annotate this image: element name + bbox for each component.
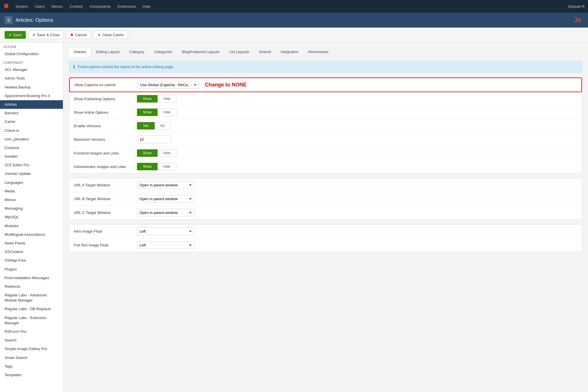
nav-right: Dispute R <box>568 4 585 9</box>
full-text-image-select[interactable]: Left <box>137 241 194 249</box>
page-title: Articles: Options <box>16 17 53 23</box>
url-b-control: Open in parent window <box>137 195 577 203</box>
sidebar-item-tags[interactable]: Tags <box>0 362 63 371</box>
cache-label: Clean Cache <box>102 33 124 37</box>
nav-menus[interactable]: Menus <box>49 3 65 10</box>
toolbar: ✔ Save ✔ Save & Close ✖ Cancel ✕ Clean C… <box>0 28 588 43</box>
sidebar-item-contacts[interactable]: Contacts <box>0 144 63 152</box>
admin-images-show-btn[interactable]: Show <box>137 163 158 170</box>
info-icon: ℹ <box>73 64 75 69</box>
sidebar-item-acl-manager[interactable]: ACL Manager <box>0 65 63 74</box>
url-b-label: URL B Target Window <box>74 197 137 201</box>
sidebar-item-regular-labs-amm[interactable]: Regular Labs - Advanced Module Manager <box>0 291 63 305</box>
versions-group: Yes No <box>137 122 171 130</box>
sidebar-item-media[interactable]: Media <box>0 187 63 196</box>
save-close-button[interactable]: ✔ Save & Close <box>28 31 64 39</box>
sidebar-item-modules[interactable]: Modules <box>0 222 63 230</box>
tab-articles[interactable]: Articles <box>69 47 91 56</box>
max-versions-input[interactable] <box>137 136 171 143</box>
sidebar-item-languages[interactable]: Languages <box>0 178 63 187</box>
tab-blog-featured[interactable]: Blog/Featured Layouts <box>177 47 225 56</box>
sidebar-item-cache[interactable]: Cache <box>0 117 63 126</box>
dispute-text: Dispute R <box>568 4 585 9</box>
tab-permissions[interactable]: Permissions <box>303 47 333 56</box>
clean-cache-button[interactable]: ✕ Clean Cache <box>93 31 128 39</box>
versions-yes-btn[interactable]: Yes <box>137 122 155 130</box>
publishing-show-btn[interactable]: Show <box>137 95 158 103</box>
url-c-row: URL C Target Window Open in parent windo… <box>69 206 582 219</box>
sidebar-item-installer[interactable]: Installer <box>0 152 63 161</box>
sidebar-item-global-config[interactable]: Global Configuration <box>0 50 63 58</box>
sidebar-item-sigpro[interactable]: Simple Image Gallery Pro <box>0 345 63 353</box>
versions-no-btn[interactable]: No <box>155 122 171 130</box>
form-section-urls: URL A Target Window Open in parent windo… <box>69 178 582 220</box>
full-text-image-label: Full Text Image Float <box>74 243 137 247</box>
tab-category[interactable]: Category <box>124 47 149 56</box>
max-versions-label: Maximum Versions <box>74 137 137 142</box>
article-options-show-btn[interactable]: Show <box>137 109 158 116</box>
cache-icon: ✕ <box>98 33 101 37</box>
save-icon: ✔ <box>9 33 12 37</box>
sidebar-item-oscontent[interactable]: OSContent <box>0 248 63 256</box>
sidebar-item-mijosql[interactable]: MijoSQL <box>0 213 63 221</box>
intro-image-select[interactable]: Left <box>137 227 194 235</box>
sidebar-item-redirects[interactable]: Redirects <box>0 282 63 291</box>
sidebar-item-admin-tools[interactable]: Admin Tools <box>0 74 63 83</box>
sidebar-item-search[interactable]: Search <box>0 336 63 345</box>
sidebar-item-appointment[interactable]: Appointment Booking Pro 4 <box>0 92 63 100</box>
sidebar-item-multilingual[interactable]: Multilingual Associations <box>0 230 63 239</box>
captcha-select[interactable]: Use Global (Captcha - ReCa... <box>138 81 199 89</box>
url-c-select[interactable]: Open in parent window <box>137 209 194 217</box>
max-versions-row: Maximum Versions <box>69 133 582 146</box>
sidebar-item-jdonation[interactable]: com_jdonation <box>0 135 63 144</box>
sidebar-item-banners[interactable]: Banners <box>0 109 63 117</box>
full-text-image-control: Left <box>137 241 577 249</box>
sidebar-item-checkin[interactable]: Check-in <box>0 126 63 135</box>
article-options-hide-btn[interactable]: Hide <box>158 109 177 116</box>
nav-system[interactable]: System <box>13 3 31 10</box>
sidebar-item-messaging[interactable]: Messaging <box>0 204 63 213</box>
sidebar-item-articles[interactable]: Articles <box>0 100 63 109</box>
url-a-select[interactable]: Open in parent window <box>137 181 194 189</box>
sidebar-item-plugins[interactable]: Plugins <box>0 265 63 274</box>
save-button[interactable]: ✔ Save <box>5 31 26 39</box>
frontend-images-hide-btn[interactable]: Hide <box>158 149 177 157</box>
admin-images-hide-btn[interactable]: Hide <box>158 163 177 170</box>
nav-help[interactable]: Help <box>140 3 153 10</box>
admin-images-toggle: Show Hide <box>137 163 577 170</box>
sidebar-item-jce[interactable]: JCE Editor Pro <box>0 161 63 169</box>
tab-integration[interactable]: Integration <box>276 47 303 56</box>
article-options-toggle: Show Hide <box>137 109 577 116</box>
captcha-row: Allow Captcha on submit Use Global (Capt… <box>69 78 582 92</box>
tab-categories[interactable]: Categories <box>149 47 177 56</box>
url-c-label: URL C Target Window <box>74 211 137 215</box>
top-navigation: ✖ System Users Menus Content Components … <box>0 0 588 13</box>
tab-editing-layout[interactable]: Editing Layout <box>91 47 124 56</box>
admin-images-group: Show Hide <box>137 163 177 170</box>
sidebar-item-menus[interactable]: Menus <box>0 196 63 204</box>
tab-list-layouts[interactable]: List Layouts <box>224 47 254 56</box>
info-box: ℹ These options control the layout of th… <box>69 61 582 73</box>
cancel-button[interactable]: ✖ Cancel <box>66 31 91 39</box>
nav-components[interactable]: Components <box>87 3 114 10</box>
tab-bar: Articles Editing Layout Category Categor… <box>69 47 582 56</box>
tab-shared[interactable]: Shared <box>254 47 276 56</box>
grid-icon: ☰ <box>5 16 13 24</box>
frontend-images-toggle: Show Hide <box>137 149 577 157</box>
url-b-select[interactable]: Open in parent window <box>137 195 194 203</box>
sidebar-item-regular-labs-ext[interactable]: Regular Labs - Extension Manager <box>0 314 63 327</box>
sidebar-item-smart-search[interactable]: Smart Search <box>0 354 63 362</box>
sidebar-item-rsform[interactable]: RSForm! Pro <box>0 327 63 336</box>
sidebar-item-newsfeeds[interactable]: News Feeds <box>0 239 63 248</box>
nav-content[interactable]: Content <box>67 3 86 10</box>
sidebar-item-joomla-update[interactable]: Joomla! Update <box>0 169 63 178</box>
nav-extensions[interactable]: Extensions <box>115 3 139 10</box>
sidebar-item-akeeba[interactable]: Akeeba Backup <box>0 83 63 92</box>
sidebar-item-osmap[interactable]: OSMap Free <box>0 256 63 265</box>
sidebar-item-regular-labs-db[interactable]: Regular Labs - DB Replacer <box>0 305 63 313</box>
sidebar-item-postinstall[interactable]: Post-installation Messages <box>0 274 63 282</box>
sidebar-item-templates[interactable]: Templates <box>0 371 63 379</box>
frontend-images-show-btn[interactable]: Show <box>137 149 158 157</box>
nav-users[interactable]: Users <box>32 3 47 10</box>
publishing-hide-btn[interactable]: Hide <box>158 95 177 103</box>
